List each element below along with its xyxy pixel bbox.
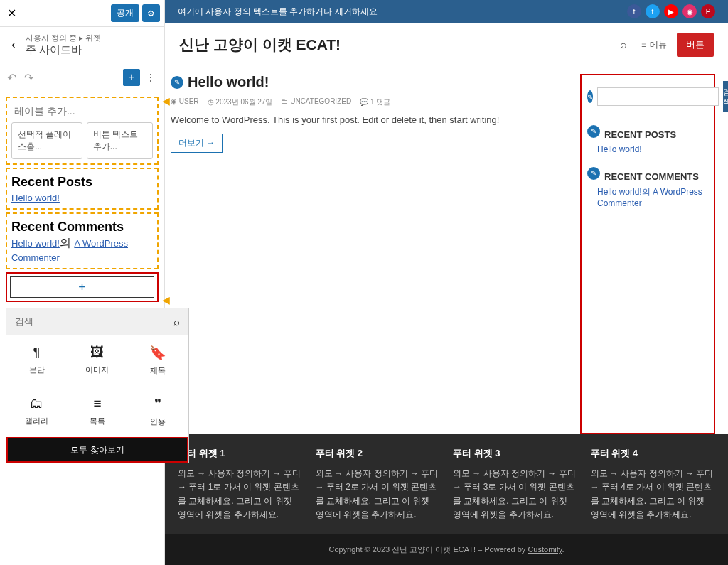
twitter-icon[interactable]: t [646, 4, 660, 18]
block-image[interactable]: 🖼이미지 [67, 335, 127, 386]
sidebar-search-button[interactable]: 검색 [723, 81, 728, 112]
facebook-icon[interactable]: f [627, 4, 641, 18]
meta-category[interactable]: 🗀 UNCATEGORIZED [281, 97, 351, 107]
post-excerpt: Welcome to WordPress. This is your first… [171, 114, 573, 125]
block-search-input[interactable] [15, 316, 173, 327]
widget-title: Recent Posts [11, 175, 153, 190]
copyright: Copyright © 2023 신난 고양이 이캣 ECAT! – Power… [165, 534, 728, 565]
footer-col-3: 푸터 위젯 3외모 → 사용자 정의하기 → 푸터 → 푸터 3로 가서 이 위… [453, 447, 578, 522]
label-input[interactable] [11, 102, 153, 119]
site-preview: 여기에 사용자 정의 텍스트를 추가하거나 제거하세요 f t ▶ ◉ P 신난… [165, 0, 728, 565]
block-quote[interactable]: ❞인용 [128, 386, 188, 437]
recent-comment-of: 의 [60, 237, 74, 249]
block-gallery[interactable]: 🗂갤러리 [6, 386, 67, 437]
close-customizer-button[interactable]: ✕ [4, 6, 18, 21]
back-button[interactable]: ‹ [7, 38, 20, 51]
block-label: 인용 [150, 416, 166, 427]
browse-all-button[interactable]: 모두 찾아보기 [6, 437, 188, 463]
block-heading[interactable]: 🔖제목 [128, 335, 188, 386]
more-options-button[interactable]: ⋮ [144, 70, 157, 85]
footer-text: 외모 → 사용자 정의하기 → 푸터 → 푸터 2로 가서 이 위젯 콘텐츠를 … [316, 467, 441, 522]
edit-icon[interactable]: ✎ [587, 167, 600, 180]
recent-comments-widget[interactable]: Recent Comments Hello world!의 A WordPres… [6, 212, 159, 269]
list-icon: ≡ [93, 396, 101, 411]
sidebar-recent-comments-title: RECENT COMMENTS [604, 171, 699, 182]
instagram-icon[interactable]: ◉ [682, 4, 697, 18]
block-inserter: ⌕ ¶문단 🖼이미지 🔖제목 🗂갤러리 ≡목록 ❞인용 모두 찾아보기 [6, 308, 189, 463]
hamburger-icon: ≡ [641, 40, 646, 50]
menu-toggle[interactable]: ≡메뉴 [641, 39, 667, 51]
add-block-button[interactable]: + [123, 69, 140, 86]
announcement-text: 여기에 사용자 정의 텍스트를 추가하거나 제거하세요 [178, 6, 378, 18]
block-label: 제목 [150, 365, 166, 376]
post-title[interactable]: Hello world! [188, 74, 269, 90]
footer-col-1: 푸터 위젯 1외모 → 사용자 정의하기 → 푸터 → 푸터 1로 가서 이 위… [178, 447, 303, 522]
recent-posts-widget[interactable]: Recent Posts Hello world! [6, 168, 159, 210]
paragraph-icon: ¶ [33, 345, 41, 360]
sidebar-search-input[interactable] [597, 87, 719, 106]
recent-post-link[interactable]: Hello world! [11, 193, 60, 203]
sidebar-highlight: ✎ 검색 ✎ RECENT POSTS Hello world! ✎ RECEN… [580, 74, 715, 434]
search-widget-block[interactable]: 선택적 플레이스홀... 버튼 텍스트 추가... [6, 97, 159, 165]
add-widget-button[interactable]: + [10, 276, 154, 298]
block-label: 이미지 [85, 365, 109, 375]
image-icon: 🖼 [90, 345, 104, 360]
youtube-icon[interactable]: ▶ [664, 4, 678, 18]
annotation-arrow-icon: ◀ [162, 294, 170, 306]
undo-button[interactable]: ↶ [7, 71, 20, 84]
site-title[interactable]: 신난 고양이 이캣 ECAT! [179, 35, 606, 55]
sidebar-recent-comment-link[interactable]: Hello world!의 A WordPress Commenter [597, 186, 708, 208]
footer-col-4: 푸터 위젯 4외모 → 사용자 정의하기 → 푸터 → 푸터 4로 가서 이 위… [591, 447, 716, 522]
settings-button[interactable]: ⚙ [142, 4, 160, 22]
edit-icon[interactable]: ✎ [587, 90, 593, 103]
quote-icon: ❞ [154, 396, 161, 412]
footer-title: 푸터 위젯 1 [178, 447, 303, 460]
footer-text: 외모 → 사용자 정의하기 → 푸터 → 푸터 4로 가서 이 위젯 콘텐츠를 … [591, 467, 716, 522]
footer-text: 외모 → 사용자 정의하기 → 푸터 → 푸터 1로 가서 이 위젯 콘텐츠를 … [178, 467, 303, 522]
header-button[interactable]: 버튼 [677, 33, 714, 57]
block-label: 목록 [90, 416, 105, 426]
meta-author: ◉ USER [171, 97, 199, 107]
publish-button[interactable]: 공개 [111, 4, 139, 22]
footer-col-2: 푸터 위젯 2외모 → 사용자 정의하기 → 푸터 → 푸터 2로 가서 이 위… [316, 447, 441, 522]
read-more-button[interactable]: 더보기 → [171, 134, 223, 153]
heading-icon: 🔖 [149, 345, 166, 361]
meta-comments[interactable]: 💬 1 댓글 [360, 97, 390, 107]
block-label: 갤러리 [25, 416, 48, 426]
footer-title: 푸터 위젯 4 [591, 447, 716, 460]
meta-date: ◷ 2023년 06월 27일 [208, 97, 273, 107]
block-label: 문단 [29, 365, 45, 375]
edit-icon[interactable]: ✎ [587, 125, 600, 138]
footer-text: 외모 → 사용자 정의하기 → 푸터 → 푸터 3로 가서 이 위젯 콘텐츠를 … [453, 467, 578, 522]
search-icon: ⌕ [173, 316, 180, 328]
panel-title: 주 사이드바 [26, 43, 101, 57]
button-text-chip[interactable]: 버튼 텍스트 추가... [87, 122, 153, 159]
sidebar-recent-posts-title: RECENT POSTS [604, 129, 676, 140]
block-list[interactable]: ≡목록 [67, 386, 127, 437]
edit-icon[interactable]: ✎ [171, 76, 183, 89]
pinterest-icon[interactable]: P [701, 4, 715, 18]
block-paragraph[interactable]: ¶문단 [6, 335, 67, 386]
placeholder-chip[interactable]: 선택적 플레이스홀... [11, 122, 82, 159]
redo-button[interactable]: ↷ [24, 71, 37, 84]
widget-title: Recent Comments [11, 220, 153, 235]
footer-title: 푸터 위젯 2 [316, 447, 441, 460]
footer-title: 푸터 위젯 3 [453, 447, 578, 460]
add-widget-highlight: + [6, 272, 159, 302]
breadcrumb: 사용자 정의 중 ▸ 위젯 [26, 33, 101, 43]
annotation-arrow-icon: ◀ [162, 95, 170, 107]
sidebar-recent-post-link[interactable]: Hello world! [597, 144, 708, 154]
recent-comment-post-link[interactable]: Hello world! [11, 238, 60, 249]
gallery-icon: 🗂 [30, 396, 43, 411]
search-icon[interactable]: ⌕ [616, 37, 631, 53]
customify-link[interactable]: Customify [528, 545, 562, 554]
